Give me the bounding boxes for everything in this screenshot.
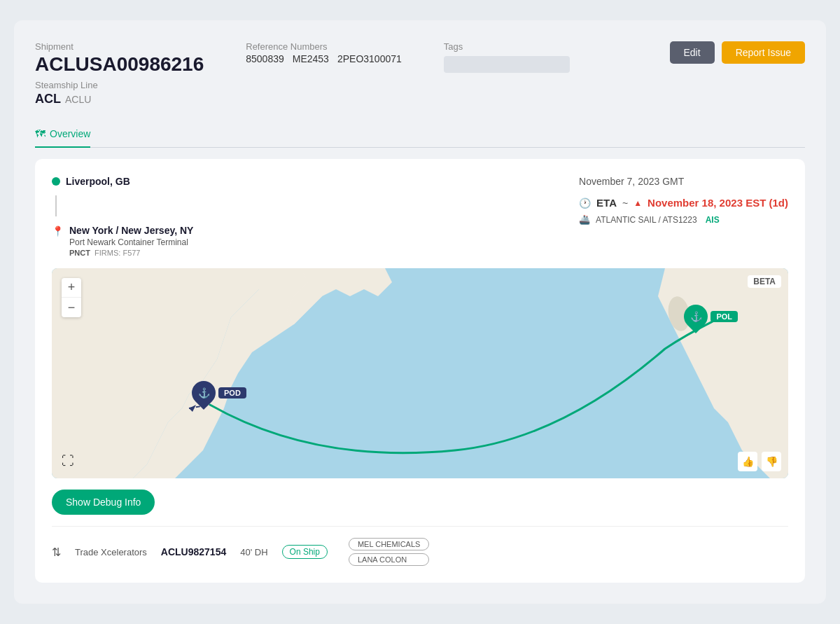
pol-pin: ⚓ <box>679 300 713 333</box>
cargo-size: 40' DH <box>240 547 267 557</box>
steamship-value: ACLACLU <box>35 92 204 106</box>
pol-anchor-icon: ⚓ <box>690 311 702 322</box>
route-line <box>55 195 57 216</box>
shipment-id: ACLUSA00986216 <box>35 53 204 76</box>
shipment-label: Shipment <box>35 41 204 52</box>
pod-label: POD <box>218 387 246 398</box>
cargo-company: Trade Xcelerators <box>75 547 147 557</box>
reference-numbers: 8500839 ME2453 2PEO3100071 <box>246 53 402 64</box>
map-feedback: 👍 👎 <box>738 452 781 471</box>
map-svg <box>52 268 788 478</box>
pod-marker: ⚓ POD <box>192 381 246 405</box>
zoom-out-button[interactable]: − <box>62 298 81 317</box>
vessel-name: ATLANTIC SAIL / ATS1223 <box>596 215 697 225</box>
eta-label: ETA <box>596 197 617 209</box>
thumbs-up-button[interactable]: 👍 <box>738 452 757 471</box>
ref-1: 8500839 <box>246 53 284 64</box>
pol-label: POL <box>710 311 738 322</box>
destination-terminal: Port Newark Container Terminal <box>69 237 193 247</box>
cargo-tags: MEL CHEMICALS LANA COLON <box>349 538 429 566</box>
beta-badge: BETA <box>748 275 781 288</box>
main-card: Liverpool, GB 📍 New York / New Jersey, N… <box>35 159 805 583</box>
cargo-tag-1: MEL CHEMICALS <box>349 538 429 550</box>
ref-3: 2PEO3100071 <box>337 53 402 64</box>
departure-date: November 7, 2023 GMT <box>579 176 788 187</box>
clock-icon: 🕐 <box>579 197 591 209</box>
cargo-container-id: ACLU9827154 <box>161 546 226 557</box>
vessel-icon: 🚢 <box>579 214 590 225</box>
thumbs-down-button[interactable]: 👎 <box>762 452 781 471</box>
steamship-name: ACL <box>35 92 61 106</box>
tags-label: Tags <box>444 41 670 52</box>
steamship-label: Steamship Line <box>35 80 204 90</box>
tab-overview[interactable]: 🗺 Overview <box>35 120 90 148</box>
steamship-code: ACLU <box>65 94 91 105</box>
cargo-tag-2: LANA COLON <box>349 553 429 566</box>
map-icon: 🗺 <box>35 127 46 139</box>
debug-button[interactable]: Show Debug Info <box>52 490 155 515</box>
tags-input[interactable] <box>444 56 570 73</box>
eta-date: November 18, 2023 EST (1d) <box>648 197 788 209</box>
map-container: + − ⛶ BETA ⚓ POD ⚓ POL <box>52 268 788 478</box>
map-zoom-controls: + − <box>62 278 81 317</box>
terminal-code: PNCT <box>69 249 90 257</box>
cargo-status-badge: On Ship <box>282 545 328 559</box>
map-expand-button[interactable]: ⛶ <box>62 454 74 469</box>
cargo-row: ⇅ Trade Xcelerators ACLU9827154 40' DH O… <box>52 526 788 566</box>
cargo-expand-icon[interactable]: ⇅ <box>52 546 61 559</box>
ais-badge[interactable]: AIS <box>706 215 720 225</box>
origin-city: Liverpool, GB <box>66 176 130 187</box>
firms-code: FIRMS: F577 <box>94 249 140 257</box>
destination-city: New York / New Jersey, NY <box>69 225 193 236</box>
destination-codes: PNCT FIRMS: F577 <box>69 249 193 257</box>
edit-button[interactable]: Edit <box>670 41 715 64</box>
pod-pin: ⚓ <box>187 376 220 410</box>
pol-marker: ⚓ POL <box>684 305 738 328</box>
report-button[interactable]: Report Issue <box>722 41 805 64</box>
origin-dot <box>52 177 60 186</box>
destination-pin-icon: 📍 <box>52 226 64 237</box>
reference-label: Reference Numbers <box>246 41 402 52</box>
ref-2: ME2453 <box>293 53 329 64</box>
anchor-icon: ⚓ <box>198 387 210 398</box>
eta-up-arrow-icon: ▲ <box>634 198 642 208</box>
eta-tilde: ~ <box>622 197 628 209</box>
zoom-in-button[interactable]: + <box>62 278 81 298</box>
tab-overview-label: Overview <box>50 128 90 139</box>
